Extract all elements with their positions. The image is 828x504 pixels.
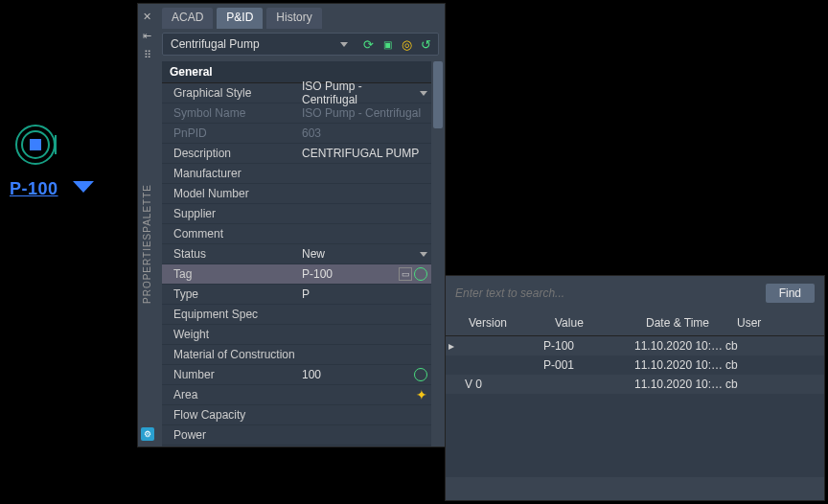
prop-weight[interactable]: Weight <box>162 325 431 345</box>
warning-icon: ✦ <box>416 387 427 402</box>
history-icon[interactable]: ↺ <box>417 35 434 53</box>
close-icon[interactable]: ✕ <box>141 10 154 23</box>
scroll-thumb[interactable] <box>433 61 443 128</box>
palette-sidebar: ✕ ⇤ ⠿ PROPERTIESPALETTE ⚙ <box>138 4 156 447</box>
history-dot-icon[interactable] <box>414 267 427 281</box>
prop-flow-capacity[interactable]: Flow Capacity <box>162 405 431 425</box>
object-type-row: Centrifugal Pump ⟳ ▣ ◎ ↺ <box>162 33 439 56</box>
calendar-icon[interactable]: ▭ <box>399 267 412 281</box>
pump-symbol[interactable] <box>13 123 58 170</box>
prop-comment[interactable]: Comment <box>162 224 431 244</box>
prop-status[interactable]: Status New <box>162 244 431 264</box>
properties-list: General Graphical Style ISO Pump - Centr… <box>162 61 431 447</box>
tab-history[interactable]: History <box>266 8 321 29</box>
row-indicator-icon: ▸ <box>446 339 457 353</box>
palette-options-icon[interactable]: ⚙ <box>141 427 154 441</box>
find-button[interactable]: Find <box>766 284 815 303</box>
prop-number[interactable]: Number 100 <box>162 365 431 385</box>
col-value[interactable]: Value <box>547 310 638 335</box>
chevron-down-icon[interactable] <box>420 252 427 257</box>
history-row[interactable]: ▸ P-100 11.10.2020 10:… cb <box>446 336 824 355</box>
prop-tag[interactable]: Tag P-100 ▭ <box>162 264 431 285</box>
prop-symbol-name: Symbol Name ISO Pump - Centrifugal <box>162 103 431 124</box>
chevron-down-icon <box>340 42 348 47</box>
link-icon[interactable]: ◎ <box>398 35 415 53</box>
toggle-value-icon[interactable]: ▣ <box>379 35 396 53</box>
pin-icon[interactable]: ⠿ <box>141 48 154 61</box>
tab-pid[interactable]: P&ID <box>217 8 263 29</box>
prop-type[interactable]: Type P <box>162 285 431 305</box>
history-row[interactable]: P-001 11.10.2020 10:… cb <box>446 355 824 375</box>
history-header-row: Version Value Date & Time User <box>446 310 824 336</box>
pump-tag-label[interactable]: P-100 <box>10 179 58 199</box>
selection-arrow-icon <box>73 181 94 199</box>
history-row[interactable]: V 0 11.10.2020 10:… cb <box>446 375 824 394</box>
svg-marker-4 <box>73 181 94 193</box>
prop-area[interactable]: Area ✦ <box>162 385 431 405</box>
prop-power[interactable]: Power <box>162 425 431 446</box>
prop-graphical-style[interactable]: Graphical Style ISO Pump - Centrifugal <box>162 83 431 103</box>
history-table: Version Value Date & Time User ▸ P-100 1… <box>446 310 824 477</box>
properties-scrollbar[interactable] <box>431 61 445 447</box>
prop-description[interactable]: Description CENTRIFUGAL PUMP <box>162 144 431 164</box>
history-dot-icon[interactable] <box>414 368 427 381</box>
object-type-value: Centrifugal Pump <box>171 37 260 51</box>
palette-tabs: ACAD P&ID History <box>156 4 445 29</box>
tab-acad[interactable]: ACAD <box>162 8 213 29</box>
col-version[interactable]: Version <box>461 310 547 335</box>
history-search-input[interactable] <box>455 286 758 300</box>
svg-rect-2 <box>30 139 41 150</box>
col-user[interactable]: User <box>729 310 824 335</box>
prop-manufacturer[interactable]: Manufacturer <box>162 164 431 184</box>
history-footer <box>446 477 824 500</box>
object-type-select[interactable]: Centrifugal Pump <box>163 34 356 55</box>
chevron-down-icon[interactable] <box>420 91 427 96</box>
palette-title: PROPERTIESPALETTE <box>142 61 152 424</box>
prop-moc[interactable]: Material of Construction <box>162 345 431 365</box>
prop-equipment-spec[interactable]: Equipment Spec <box>162 305 431 325</box>
collapse-icon[interactable]: ⇤ <box>141 29 154 42</box>
prop-supplier[interactable]: Supplier <box>162 204 431 224</box>
prop-pnpid: PnPID 603 <box>162 124 431 144</box>
history-panel: Find Version Value Date & Time User ▸ P-… <box>445 275 825 501</box>
prop-model-number[interactable]: Model Number <box>162 184 431 204</box>
refresh-icon[interactable]: ⟳ <box>359 35 377 53</box>
col-datetime[interactable]: Date & Time <box>638 310 729 335</box>
properties-palette: ✕ ⇤ ⠿ PROPERTIESPALETTE ⚙ ACAD P&ID Hist… <box>137 3 446 447</box>
